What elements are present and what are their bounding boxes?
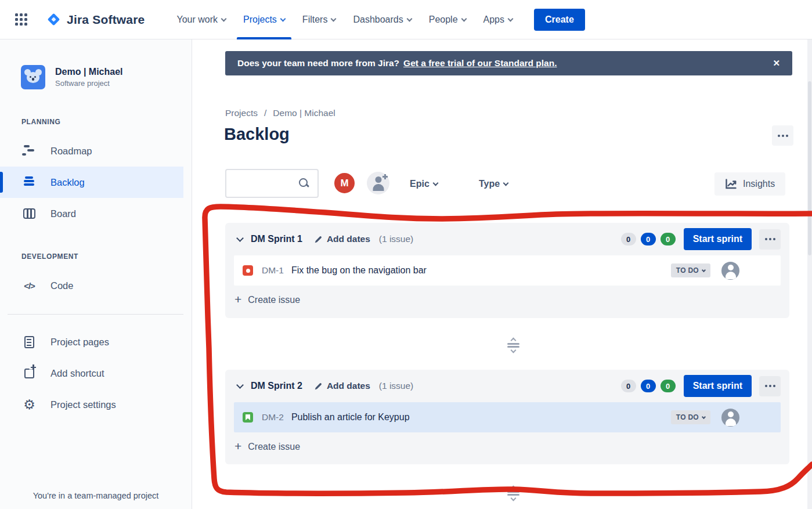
issue-count: (1 issue): [379, 234, 413, 244]
create-button[interactable]: Create: [534, 9, 585, 31]
issue-summary[interactable]: Fix the bug on the navigation bar: [291, 265, 427, 276]
bug-type-icon: [243, 265, 253, 276]
banner-trial-link[interactable]: Get a free trial of our Standard plan.: [403, 58, 557, 68]
brand-group: Jira Software: [15, 12, 145, 27]
done-count-badge: 0: [661, 380, 676, 392]
project-sidebar: Demo | Michael Software project PLANNING…: [0, 39, 192, 509]
create-issue-button[interactable]: + Create issue: [225, 432, 789, 461]
epic-filter-dropdown[interactable]: Epic: [410, 175, 438, 193]
sprint-resize-handle[interactable]: [506, 335, 520, 356]
assignee-avatar-unassigned[interactable]: [721, 262, 739, 280]
breadcrumb-project-name[interactable]: Demo | Michael: [273, 108, 335, 118]
chevron-down-icon: [702, 414, 706, 418]
user-avatar-filter[interactable]: M: [333, 172, 356, 194]
page-more-button[interactable]: [772, 125, 793, 146]
board-icon: [21, 208, 37, 219]
add-dates-button[interactable]: Add dates: [314, 234, 370, 244]
search-input[interactable]: [226, 170, 299, 197]
scrollbar-thumb[interactable]: [808, 81, 811, 255]
sidebar-item-project-pages[interactable]: Project pages: [0, 326, 183, 358]
nav-apps[interactable]: Apps: [475, 0, 521, 39]
sprint-resize-handle[interactable]: [506, 483, 520, 504]
collapse-chevron-icon[interactable]: [236, 234, 244, 242]
insights-chart-icon: [725, 179, 737, 190]
sidebar-item-backlog[interactable]: Backlog: [0, 167, 183, 198]
issue-row[interactable]: DM-1 Fix the bug on the navigation bar T…: [234, 255, 781, 286]
sprint-header: DM Sprint 1 Add dates (1 issue) 0 0 0 St…: [225, 223, 789, 255]
issue-key: DM-2: [262, 412, 284, 423]
gear-icon: ⚙: [21, 398, 37, 411]
sprint-name: DM Sprint 1: [251, 234, 302, 244]
more-icon: [778, 135, 780, 137]
primary-nav: Your work Projects Filters Dashboards Pe…: [168, 0, 522, 39]
chevron-down-icon: [280, 16, 286, 21]
jira-logo[interactable]: Jira Software: [46, 12, 145, 27]
project-avatar: [21, 65, 45, 89]
jira-diamond-icon: [46, 12, 62, 27]
sprint-section-1: DM Sprint 1 Add dates (1 issue) 0 0 0 St…: [225, 223, 789, 318]
brand-name: Jira Software: [67, 13, 145, 27]
status-dropdown[interactable]: TO DO: [671, 410, 710, 424]
done-count-badge: 0: [661, 233, 676, 246]
close-icon[interactable]: ✕: [773, 58, 780, 68]
sidebar-item-project-settings[interactable]: ⚙ Project settings: [0, 389, 183, 420]
sprint-more-button[interactable]: [759, 376, 781, 396]
issue-key: DM-1: [262, 265, 284, 276]
inprogress-count-badge: 0: [641, 380, 656, 392]
status-dropdown[interactable]: TO DO: [671, 263, 710, 277]
create-issue-button[interactable]: + Create issue: [225, 286, 789, 315]
sidebar-divider: [8, 314, 183, 315]
team-managed-footer: You're in a team-managed project: [0, 491, 192, 500]
issue-row[interactable]: DM-2 Publish an article for Keypup TO DO: [234, 402, 781, 432]
nav-projects[interactable]: Projects: [234, 0, 294, 39]
sidebar-item-roadmap[interactable]: Roadmap: [0, 135, 183, 167]
sprint-more-button[interactable]: [759, 229, 781, 250]
nav-your-work[interactable]: Your work: [168, 0, 235, 39]
nav-filters[interactable]: Filters: [294, 0, 345, 39]
assignee-avatar-unassigned[interactable]: [721, 409, 739, 427]
pencil-icon: [314, 382, 323, 391]
project-header[interactable]: Demo | Michael Software project: [0, 39, 192, 89]
sprint-section-2: DM Sprint 2 Add dates (1 issue) 0 0 0 St…: [225, 370, 789, 464]
search-icon: [299, 178, 309, 189]
chevron-down-icon: [221, 16, 227, 21]
issue-summary[interactable]: Publish an article for Keypup: [291, 412, 410, 423]
app-switcher-icon[interactable]: [15, 13, 27, 26]
nav-people[interactable]: People: [420, 0, 475, 39]
type-filter-dropdown[interactable]: Type: [479, 175, 508, 193]
more-icon: [765, 238, 767, 240]
project-type: Software project: [55, 79, 123, 88]
plus-icon: +: [234, 293, 241, 306]
nav-dashboards[interactable]: Dashboards: [344, 0, 420, 39]
chevron-down-icon: [503, 181, 509, 186]
sidebar-item-board[interactable]: Board: [0, 198, 183, 229]
scrollbar[interactable]: [807, 39, 812, 509]
inprogress-count-badge: 0: [641, 233, 656, 246]
sidebar-item-code[interactable]: </> Code: [0, 270, 183, 301]
todo-count-badge: 0: [621, 380, 636, 392]
document-icon: [21, 336, 37, 348]
chevron-down-icon: [432, 181, 438, 186]
section-planning-title: PLANNING: [0, 118, 192, 126]
page-title: Backlog: [224, 125, 290, 144]
insights-button[interactable]: Insights: [714, 172, 785, 196]
collapse-chevron-icon[interactable]: [236, 381, 244, 389]
code-icon: </>: [21, 281, 37, 291]
roadmap-icon: [21, 145, 37, 157]
chevron-down-icon: [461, 16, 467, 21]
plus-icon: +: [234, 439, 241, 453]
project-name: Demo | Michael: [55, 67, 123, 77]
breadcrumb-projects[interactable]: Projects: [225, 108, 258, 118]
banner-text: Does your team need more from Jira?: [237, 58, 399, 68]
chevron-down-icon: [702, 268, 706, 272]
top-navigation: Jira Software Your work Projects Filters…: [0, 0, 812, 39]
backlog-icon: [21, 176, 37, 188]
start-sprint-button[interactable]: Start sprint: [684, 228, 752, 250]
start-sprint-button[interactable]: Start sprint: [684, 375, 752, 397]
add-people-button[interactable]: [367, 172, 389, 194]
sidebar-item-add-shortcut[interactable]: Add shortcut: [0, 358, 183, 389]
breadcrumb-separator: /: [264, 108, 266, 118]
chevron-down-icon: [406, 16, 412, 21]
add-dates-button[interactable]: Add dates: [314, 381, 370, 391]
breadcrumb: Projects / Demo | Michael: [225, 108, 335, 118]
